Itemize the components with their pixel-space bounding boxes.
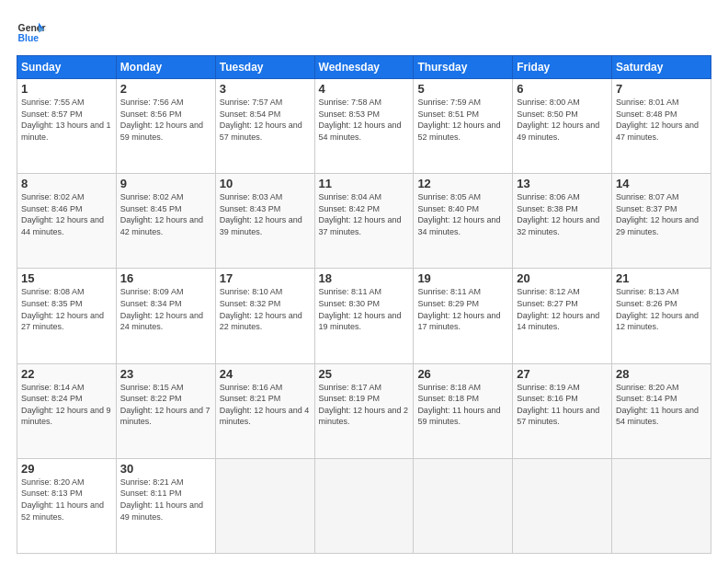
- day-number: 25: [319, 367, 410, 381]
- calendar-cell: 7Sunrise: 8:01 AMSunset: 8:48 PMDaylight…: [612, 79, 711, 174]
- day-info: Sunrise: 8:18 AMSunset: 8:18 PMDaylight:…: [417, 382, 508, 428]
- page: General Blue SundayMondayTuesdayWednesda…: [0, 0, 728, 563]
- day-info: Sunrise: 7:58 AMSunset: 8:53 PMDaylight:…: [319, 97, 410, 143]
- day-number: 19: [417, 271, 508, 285]
- calendar-cell: 25Sunrise: 8:17 AMSunset: 8:19 PMDayligh…: [314, 363, 414, 458]
- day-info: Sunrise: 8:07 AMSunset: 8:37 PMDaylight:…: [616, 191, 707, 237]
- day-number: 11: [319, 177, 410, 190]
- day-info: Sunrise: 7:56 AMSunset: 8:56 PMDaylight:…: [120, 97, 211, 143]
- calendar-cell: 20Sunrise: 8:12 AMSunset: 8:27 PMDayligh…: [513, 269, 612, 363]
- day-number: 9: [120, 177, 211, 190]
- col-header-tuesday: Tuesday: [215, 56, 314, 79]
- day-info: Sunrise: 8:19 AMSunset: 8:16 PMDaylight:…: [517, 382, 608, 428]
- day-info: Sunrise: 8:17 AMSunset: 8:19 PMDaylight:…: [319, 382, 410, 428]
- calendar-cell: 24Sunrise: 8:16 AMSunset: 8:21 PMDayligh…: [215, 363, 314, 458]
- calendar-cell: 2Sunrise: 7:56 AMSunset: 8:56 PMDaylight…: [116, 79, 215, 174]
- day-info: Sunrise: 7:55 AMSunset: 8:57 PMDaylight:…: [21, 97, 112, 143]
- calendar-cell: 27Sunrise: 8:19 AMSunset: 8:16 PMDayligh…: [513, 363, 612, 458]
- day-info: Sunrise: 8:01 AMSunset: 8:48 PMDaylight:…: [616, 97, 707, 143]
- day-info: Sunrise: 8:02 AMSunset: 8:45 PMDaylight:…: [120, 191, 211, 237]
- calendar-cell: 23Sunrise: 8:15 AMSunset: 8:22 PMDayligh…: [116, 363, 215, 458]
- col-header-friday: Friday: [513, 56, 612, 79]
- day-info: Sunrise: 8:02 AMSunset: 8:46 PMDaylight:…: [21, 191, 112, 237]
- day-number: 26: [417, 367, 508, 381]
- calendar-cell: 26Sunrise: 8:18 AMSunset: 8:18 PMDayligh…: [414, 363, 513, 458]
- calendar-cell: [314, 458, 414, 553]
- calendar-cell: 1Sunrise: 7:55 AMSunset: 8:57 PMDaylight…: [17, 79, 117, 174]
- day-info: Sunrise: 8:21 AMSunset: 8:11 PMDaylight:…: [120, 477, 211, 523]
- calendar-cell: [414, 458, 513, 553]
- col-header-thursday: Thursday: [414, 56, 513, 79]
- day-number: 10: [220, 177, 311, 190]
- day-number: 18: [319, 271, 410, 285]
- col-header-wednesday: Wednesday: [314, 56, 414, 79]
- calendar-cell: 4Sunrise: 7:58 AMSunset: 8:53 PMDaylight…: [314, 79, 414, 174]
- day-info: Sunrise: 8:14 AMSunset: 8:24 PMDaylight:…: [21, 382, 112, 428]
- day-number: 2: [120, 82, 211, 96]
- day-info: Sunrise: 8:16 AMSunset: 8:21 PMDaylight:…: [220, 382, 311, 428]
- calendar-cell: 12Sunrise: 8:05 AMSunset: 8:40 PMDayligh…: [414, 174, 513, 269]
- day-info: Sunrise: 8:09 AMSunset: 8:34 PMDaylight:…: [120, 286, 211, 332]
- calendar-cell: [215, 458, 314, 553]
- calendar-cell: 17Sunrise: 8:10 AMSunset: 8:32 PMDayligh…: [215, 269, 314, 363]
- day-number: 12: [417, 177, 508, 190]
- day-info: Sunrise: 8:12 AMSunset: 8:27 PMDaylight:…: [517, 286, 608, 332]
- day-number: 20: [517, 271, 608, 285]
- day-info: Sunrise: 8:11 AMSunset: 8:30 PMDaylight:…: [319, 286, 410, 332]
- day-number: 13: [517, 177, 608, 190]
- day-number: 5: [417, 82, 508, 96]
- day-info: Sunrise: 8:11 AMSunset: 8:29 PMDaylight:…: [417, 286, 508, 332]
- calendar-cell: [513, 458, 612, 553]
- day-info: Sunrise: 8:05 AMSunset: 8:40 PMDaylight:…: [417, 191, 508, 237]
- day-number: 23: [120, 367, 211, 381]
- calendar-cell: 9Sunrise: 8:02 AMSunset: 8:45 PMDaylight…: [116, 174, 215, 269]
- calendar-cell: 14Sunrise: 8:07 AMSunset: 8:37 PMDayligh…: [612, 174, 711, 269]
- calendar-cell: 6Sunrise: 8:00 AMSunset: 8:50 PMDaylight…: [513, 79, 612, 174]
- calendar-cell: 29Sunrise: 8:20 AMSunset: 8:13 PMDayligh…: [17, 458, 117, 553]
- day-info: Sunrise: 8:20 AMSunset: 8:13 PMDaylight:…: [21, 477, 112, 523]
- col-header-saturday: Saturday: [612, 56, 711, 79]
- day-info: Sunrise: 8:10 AMSunset: 8:32 PMDaylight:…: [220, 286, 311, 332]
- calendar-cell: 8Sunrise: 8:02 AMSunset: 8:46 PMDaylight…: [17, 174, 117, 269]
- calendar-cell: 21Sunrise: 8:13 AMSunset: 8:26 PMDayligh…: [612, 269, 711, 363]
- day-info: Sunrise: 8:13 AMSunset: 8:26 PMDaylight:…: [616, 286, 707, 332]
- day-info: Sunrise: 8:15 AMSunset: 8:22 PMDaylight:…: [120, 382, 211, 428]
- day-number: 29: [21, 462, 112, 476]
- logo-icon: General Blue: [17, 17, 46, 46]
- calendar-cell: 28Sunrise: 8:20 AMSunset: 8:14 PMDayligh…: [612, 363, 711, 458]
- calendar-cell: 11Sunrise: 8:04 AMSunset: 8:42 PMDayligh…: [314, 174, 414, 269]
- calendar-cell: [612, 458, 711, 553]
- day-number: 30: [120, 462, 211, 476]
- day-info: Sunrise: 8:08 AMSunset: 8:35 PMDaylight:…: [21, 286, 112, 332]
- calendar-cell: 3Sunrise: 7:57 AMSunset: 8:54 PMDaylight…: [215, 79, 314, 174]
- day-number: 15: [21, 271, 112, 285]
- day-number: 28: [616, 367, 707, 381]
- day-number: 22: [21, 367, 112, 381]
- day-info: Sunrise: 8:04 AMSunset: 8:42 PMDaylight:…: [319, 191, 410, 237]
- calendar-cell: 5Sunrise: 7:59 AMSunset: 8:51 PMDaylight…: [414, 79, 513, 174]
- day-number: 3: [220, 82, 311, 96]
- day-info: Sunrise: 8:06 AMSunset: 8:38 PMDaylight:…: [517, 191, 608, 237]
- calendar-cell: 30Sunrise: 8:21 AMSunset: 8:11 PMDayligh…: [116, 458, 215, 553]
- calendar-cell: 22Sunrise: 8:14 AMSunset: 8:24 PMDayligh…: [17, 363, 117, 458]
- day-number: 6: [517, 82, 608, 96]
- day-number: 27: [517, 367, 608, 381]
- logo: General Blue: [17, 17, 46, 46]
- day-number: 24: [220, 367, 311, 381]
- day-number: 14: [616, 177, 707, 190]
- calendar-table: SundayMondayTuesdayWednesdayThursdayFrid…: [17, 55, 711, 554]
- day-info: Sunrise: 8:03 AMSunset: 8:43 PMDaylight:…: [220, 191, 311, 237]
- day-number: 21: [616, 271, 707, 285]
- col-header-sunday: Sunday: [17, 56, 117, 79]
- day-number: 4: [319, 82, 410, 96]
- day-number: 7: [616, 82, 707, 96]
- calendar-cell: 13Sunrise: 8:06 AMSunset: 8:38 PMDayligh…: [513, 174, 612, 269]
- day-number: 16: [120, 271, 211, 285]
- calendar-cell: 19Sunrise: 8:11 AMSunset: 8:29 PMDayligh…: [414, 269, 513, 363]
- day-info: Sunrise: 7:57 AMSunset: 8:54 PMDaylight:…: [220, 97, 311, 143]
- day-info: Sunrise: 7:59 AMSunset: 8:51 PMDaylight:…: [417, 97, 508, 143]
- header: General Blue: [17, 17, 711, 46]
- calendar-cell: 16Sunrise: 8:09 AMSunset: 8:34 PMDayligh…: [116, 269, 215, 363]
- calendar-cell: 10Sunrise: 8:03 AMSunset: 8:43 PMDayligh…: [215, 174, 314, 269]
- svg-text:Blue: Blue: [18, 33, 40, 43]
